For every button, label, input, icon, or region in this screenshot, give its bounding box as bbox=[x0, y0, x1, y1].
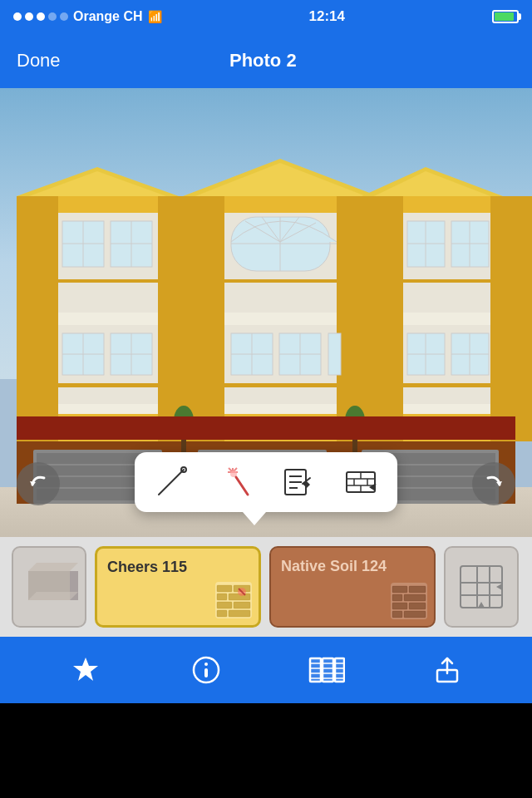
svg-rect-134 bbox=[404, 594, 426, 601]
svg-rect-139 bbox=[461, 566, 502, 608]
svg-rect-124 bbox=[217, 602, 232, 608]
svg-rect-127 bbox=[229, 610, 250, 617]
svg-rect-126 bbox=[217, 610, 227, 617]
signal-dot-4 bbox=[48, 12, 57, 21]
svg-marker-115 bbox=[28, 563, 78, 571]
signal-dots bbox=[13, 12, 68, 21]
palette-cheers[interactable]: Cheers 115 bbox=[95, 546, 261, 628]
cheers-label: Cheers 115 bbox=[107, 559, 187, 576]
svg-rect-132 bbox=[409, 586, 426, 593]
palette-area: Cheers 115 Native Soil 124 bbox=[0, 537, 532, 637]
carrier-label: Orange CH bbox=[73, 9, 143, 24]
signal-dot-1 bbox=[13, 12, 22, 21]
svg-rect-24 bbox=[183, 196, 224, 441]
cheers-pattern bbox=[215, 582, 252, 618]
photo-area bbox=[0, 88, 532, 537]
svg-marker-89 bbox=[30, 481, 36, 486]
line-tool[interactable] bbox=[151, 462, 191, 502]
redo-button[interactable] bbox=[472, 462, 515, 505]
svg-rect-27 bbox=[490, 196, 532, 441]
library-tab[interactable] bbox=[302, 645, 352, 695]
page-title: Photo 2 bbox=[229, 50, 297, 71]
wifi-icon: 📶 bbox=[148, 10, 162, 23]
svg-point-148 bbox=[204, 663, 208, 666]
signal-dot-2 bbox=[25, 12, 33, 21]
svg-marker-104 bbox=[303, 480, 310, 488]
signal-dot-5 bbox=[60, 12, 68, 21]
svg-rect-120 bbox=[217, 585, 232, 592]
svg-rect-136 bbox=[409, 603, 426, 609]
battery-fill bbox=[495, 12, 514, 21]
status-left: Orange CH 📶 bbox=[13, 9, 162, 24]
done-button[interactable]: Done bbox=[17, 50, 61, 71]
info-tab[interactable] bbox=[181, 645, 231, 695]
svg-marker-118 bbox=[28, 592, 78, 600]
share-tab[interactable] bbox=[422, 645, 472, 695]
palette-brick-plain[interactable] bbox=[12, 546, 86, 628]
status-right bbox=[492, 10, 519, 23]
signal-dot-3 bbox=[37, 12, 45, 21]
palette-grid-view[interactable] bbox=[444, 546, 519, 628]
svg-rect-21 bbox=[17, 404, 515, 414]
svg-rect-135 bbox=[392, 603, 407, 609]
undo-button[interactable] bbox=[17, 462, 60, 505]
status-time: 12:14 bbox=[309, 8, 345, 25]
magic-tool[interactable] bbox=[214, 462, 254, 502]
nav-bar: Done Photo 2 bbox=[0, 33, 532, 88]
palette-native-soil[interactable]: Native Soil 124 bbox=[269, 546, 436, 628]
svg-rect-84 bbox=[403, 383, 490, 387]
native-soil-pattern bbox=[391, 583, 427, 619]
svg-marker-145 bbox=[478, 602, 485, 608]
svg-rect-26 bbox=[362, 196, 403, 441]
svg-rect-87 bbox=[403, 279, 490, 283]
status-bar: Orange CH 📶 12:14 bbox=[0, 0, 532, 33]
toolbar-popup bbox=[135, 452, 397, 512]
svg-rect-85 bbox=[58, 279, 158, 283]
svg-marker-144 bbox=[496, 584, 502, 590]
star-tab[interactable] bbox=[61, 645, 111, 695]
tab-bar bbox=[0, 637, 532, 703]
svg-rect-82 bbox=[58, 383, 158, 387]
svg-rect-61 bbox=[328, 333, 341, 375]
svg-rect-138 bbox=[404, 611, 426, 618]
edit-tool[interactable] bbox=[278, 462, 318, 502]
svg-marker-114 bbox=[496, 481, 502, 486]
svg-line-90 bbox=[159, 470, 184, 495]
svg-rect-137 bbox=[392, 611, 402, 618]
svg-rect-86 bbox=[224, 279, 337, 283]
svg-rect-22 bbox=[17, 196, 58, 441]
svg-rect-83 bbox=[224, 383, 337, 387]
battery-icon bbox=[492, 10, 519, 23]
svg-rect-125 bbox=[234, 602, 250, 608]
svg-rect-133 bbox=[392, 594, 402, 601]
svg-rect-149 bbox=[204, 668, 208, 677]
svg-line-98 bbox=[236, 477, 248, 495]
svg-marker-146 bbox=[73, 658, 98, 681]
svg-rect-88 bbox=[17, 416, 515, 440]
svg-rect-122 bbox=[217, 594, 227, 600]
svg-rect-131 bbox=[392, 586, 407, 593]
native-soil-label: Native Soil 124 bbox=[281, 558, 387, 575]
map-tool[interactable] bbox=[341, 462, 381, 502]
svg-rect-20 bbox=[17, 313, 515, 325]
